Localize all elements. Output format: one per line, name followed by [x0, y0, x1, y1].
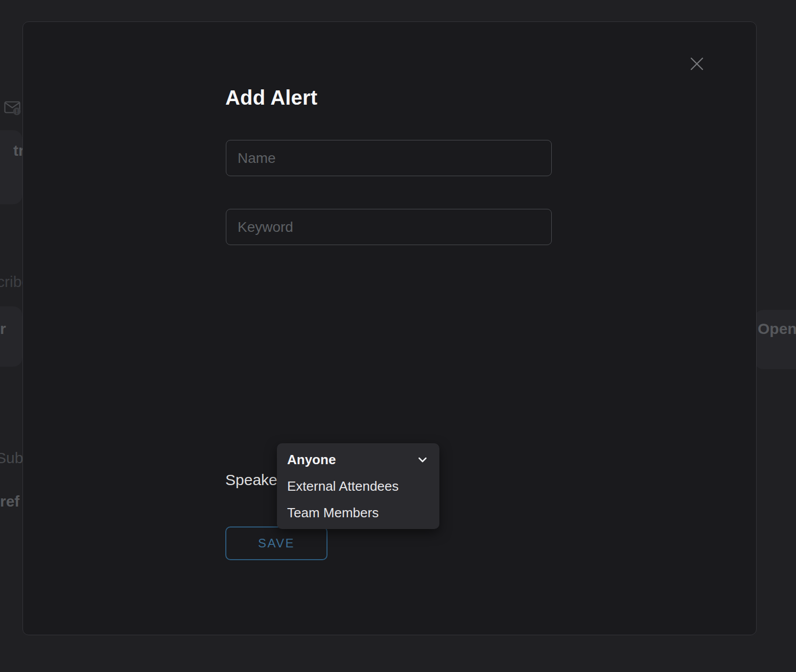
speaker-option-external-attendees[interactable]: External Attendees: [277, 473, 439, 499]
add-alert-dialog: Add Alert Speaker SAVE: [22, 21, 757, 635]
speaker-label: Speaker: [225, 471, 283, 489]
svg-text:!: !: [16, 108, 18, 115]
envelope-alert-icon: !: [4, 100, 21, 118]
background-card-fragment: [0, 130, 22, 204]
alert-name-input[interactable]: [226, 140, 552, 176]
chevron-down-icon: [416, 453, 429, 466]
speaker-dropdown-selected[interactable]: Anyone: [277, 446, 439, 473]
alert-keyword-input[interactable]: [226, 209, 552, 245]
speaker-dropdown: Anyone External Attendees Team Members: [277, 443, 439, 529]
save-button[interactable]: SAVE: [225, 526, 327, 560]
background-card-fragment: [754, 310, 796, 369]
x-icon: [689, 56, 705, 71]
background-partial-text: r: [0, 320, 6, 338]
background-partial-text: Open: [758, 320, 796, 338]
background-partial-text: Sub: [0, 449, 23, 467]
background-partial-text: ref: [0, 493, 19, 510]
speaker-option-team-members[interactable]: Team Members: [277, 499, 439, 526]
dialog-title: Add Alert: [225, 86, 317, 109]
close-button[interactable]: [686, 53, 708, 75]
speaker-selected-label: Anyone: [287, 452, 336, 468]
